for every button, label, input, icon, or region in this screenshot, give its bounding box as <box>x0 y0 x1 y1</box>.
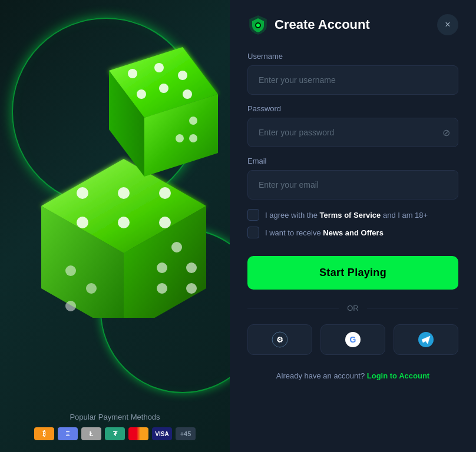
svg-point-26 <box>189 117 197 125</box>
news-checkbox[interactable] <box>247 227 259 238</box>
password-label: Password <box>247 104 458 113</box>
email-group: Email <box>247 157 458 200</box>
svg-point-4 <box>118 187 130 199</box>
or-line-left <box>247 308 339 308</box>
google-icon: G <box>345 332 361 347</box>
or-divider: OR <box>247 304 458 313</box>
news-checkbox-group: I want to receive News and Offers <box>247 227 458 238</box>
svg-point-14 <box>65 265 76 276</box>
payment-icon-visa: VISA <box>152 427 172 440</box>
svg-point-23 <box>137 89 146 99</box>
tos-link[interactable]: Terms of Service <box>320 211 381 220</box>
password-input[interactable] <box>247 118 458 147</box>
svg-point-16 <box>65 301 76 311</box>
svg-point-9 <box>171 242 182 252</box>
svg-point-3 <box>77 187 88 199</box>
svg-point-12 <box>157 283 167 294</box>
svg-point-25 <box>183 89 192 99</box>
google-login-button[interactable]: G <box>320 324 385 355</box>
start-playing-button[interactable]: Start Playing <box>247 256 458 290</box>
or-line-right <box>367 308 458 308</box>
svg-text:G: G <box>350 335 356 344</box>
email-input[interactable] <box>247 170 458 200</box>
payment-icon-more: +45 <box>176 427 196 440</box>
svg-point-22 <box>178 71 187 80</box>
logo-icon <box>247 14 269 35</box>
payment-icon-bitcoin: ₿ <box>34 427 54 440</box>
svg-text:⚙: ⚙ <box>276 335 283 344</box>
username-group: Username <box>247 52 458 95</box>
svg-point-28 <box>189 134 197 142</box>
username-input[interactable] <box>247 65 458 95</box>
modal-header: Create Account × <box>247 14 458 35</box>
password-input-wrapper: ⊘ <box>247 118 458 147</box>
login-link-row: Already have an account? Login to Accoun… <box>247 371 458 380</box>
payment-icon-eth: Ξ <box>58 427 78 440</box>
or-text: OR <box>347 304 359 313</box>
login-to-account-link[interactable]: Login to Account <box>367 371 429 380</box>
email-label: Email <box>247 157 458 165</box>
tos-checkbox[interactable] <box>247 209 259 221</box>
svg-point-11 <box>186 262 197 273</box>
svg-point-31 <box>256 24 260 27</box>
svg-point-20 <box>128 69 137 78</box>
close-button[interactable]: × <box>437 14 458 35</box>
payment-icon-ltc: Ł <box>81 427 101 440</box>
svg-point-10 <box>157 262 167 273</box>
payment-label: Popular Payment Methods <box>0 413 230 421</box>
svg-point-21 <box>154 63 164 72</box>
already-account-text: Already have an account? <box>276 371 367 380</box>
svg-point-13 <box>186 283 197 294</box>
telegram-icon <box>418 332 434 347</box>
payment-icon-usdt: ₮ <box>105 427 125 440</box>
payment-section: Popular Payment Methods ₿ Ξ Ł ₮ VISA +45 <box>0 413 230 440</box>
right-panel: Create Account × Username Password ⊘ Ema… <box>230 0 476 452</box>
svg-point-8 <box>159 217 171 228</box>
steam-icon: ⚙ <box>272 331 288 348</box>
header-left: Create Account <box>247 14 370 35</box>
svg-point-27 <box>176 134 184 142</box>
password-group: Password ⊘ <box>247 104 458 147</box>
svg-point-15 <box>86 283 97 294</box>
tos-checkbox-group: I agree with the Terms of Service and I … <box>247 209 458 221</box>
payment-icon-mastercard <box>128 427 148 440</box>
telegram-login-button[interactable] <box>394 324 458 355</box>
left-panel: Popular Payment Methods ₿ Ξ Ł ₮ VISA +45 <box>0 0 230 452</box>
toggle-password-icon[interactable]: ⊘ <box>442 127 450 138</box>
svg-point-6 <box>77 217 88 228</box>
news-link[interactable]: News and Offers <box>323 228 384 237</box>
svg-point-5 <box>159 187 171 199</box>
social-buttons: ⚙ G <box>247 324 458 355</box>
dice-illustration <box>6 35 224 318</box>
payment-icons-row: ₿ Ξ Ł ₮ VISA +45 <box>0 427 230 440</box>
modal-title: Create Account <box>275 17 370 32</box>
svg-point-7 <box>118 217 130 228</box>
news-label: I want to receive News and Offers <box>265 228 384 237</box>
username-label: Username <box>247 52 458 61</box>
tos-label: I agree with the Terms of Service and I … <box>265 211 428 220</box>
svg-point-24 <box>159 84 168 93</box>
steam-login-button[interactable]: ⚙ <box>247 324 312 355</box>
